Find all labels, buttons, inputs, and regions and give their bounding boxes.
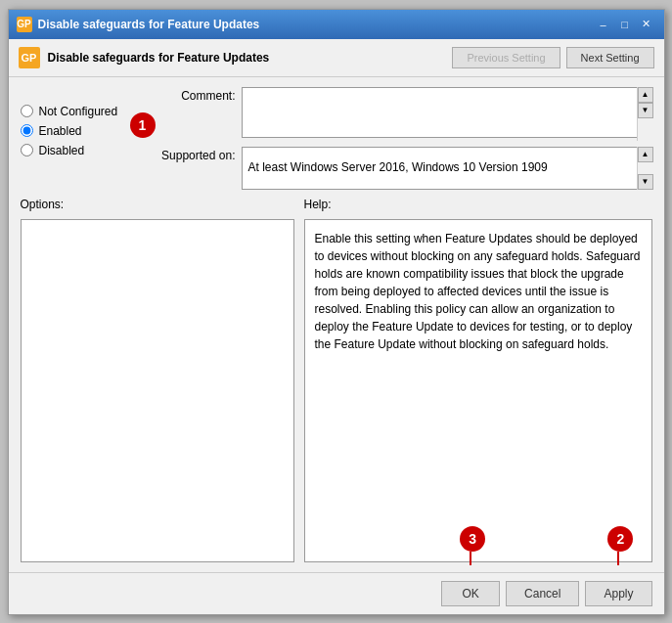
supported-field-wrapper: At least Windows Server 2016, Windows 10… xyxy=(242,147,652,190)
comment-scrollbar: ▲ ▼ xyxy=(637,87,652,141)
bottom-bar: 3 OK Cancel 2 Apply xyxy=(9,572,664,614)
header-icon: GP xyxy=(19,47,40,68)
comment-scroll-up[interactable]: ▲ xyxy=(638,87,653,103)
annotation-3-arrow-line xyxy=(470,552,471,565)
options-panel xyxy=(21,219,294,562)
help-text: Enable this setting when Feature Updates… xyxy=(315,232,641,351)
next-setting-button[interactable]: Next Setting xyxy=(566,47,654,68)
radio-not-configured-label: Not Configured xyxy=(39,105,118,118)
title-bar: GP Disable safeguards for Feature Update… xyxy=(9,10,664,39)
radio-disabled[interactable]: Disabled xyxy=(21,144,148,157)
close-button[interactable]: ✕ xyxy=(637,16,656,33)
radio-disabled-label: Disabled xyxy=(39,144,85,157)
comment-scroll-down[interactable]: ▼ xyxy=(638,103,653,118)
help-label: Help: xyxy=(304,198,332,211)
comment-field-wrapper: ▲ ▼ xyxy=(242,87,652,141)
cancel-button[interactable]: Cancel xyxy=(506,581,579,606)
annotation-1-container: 1 xyxy=(126,112,156,138)
header-nav-buttons: Previous Setting Next Setting xyxy=(452,47,653,68)
main-window: GP Disable safeguards for Feature Update… xyxy=(8,9,665,615)
header-title-area: GP Disable safeguards for Feature Update… xyxy=(19,47,270,68)
cancel-button-wrapper: Cancel xyxy=(506,581,579,606)
radio-not-configured-input[interactable] xyxy=(21,105,33,117)
minimize-button[interactable]: – xyxy=(594,16,613,33)
annotation-3-container: 3 xyxy=(456,526,485,565)
ok-button-wrapper: 3 OK xyxy=(441,581,500,606)
supported-value-text: At least Windows Server 2016, Windows 10… xyxy=(248,159,548,176)
apply-button[interactable]: Apply xyxy=(585,581,651,606)
comment-label: Comment: xyxy=(157,87,236,103)
radio-disabled-input[interactable] xyxy=(21,144,33,156)
header-bar: GP Disable safeguards for Feature Update… xyxy=(9,39,664,77)
title-bar-controls: – □ ✕ xyxy=(594,16,656,33)
window-title: Disable safeguards for Feature Updates xyxy=(38,18,260,31)
comment-textarea[interactable] xyxy=(242,87,652,138)
options-label: Options: xyxy=(21,198,65,211)
supported-label: Supported on: xyxy=(157,147,236,162)
comment-supported-section: Comment: ▲ ▼ Supported on: At xyxy=(157,87,652,190)
supported-row: Supported on: At least Windows Server 20… xyxy=(157,147,652,190)
radio-enabled-input[interactable] xyxy=(21,124,33,137)
annotation-1: 1 xyxy=(130,112,156,138)
supported-scroll-down[interactable]: ▼ xyxy=(638,174,653,190)
supported-scroll-up[interactable]: ▲ xyxy=(638,147,653,162)
radio-group-container: Not Configured Enabled Disabled 1 xyxy=(21,87,148,190)
previous-setting-button[interactable]: Previous Setting xyxy=(452,47,560,68)
main-content: Not Configured Enabled Disabled 1 xyxy=(9,77,664,572)
title-bar-left: GP Disable safeguards for Feature Update… xyxy=(17,17,260,32)
options-label-area: Options: xyxy=(21,198,294,211)
maximize-button[interactable]: □ xyxy=(615,16,635,33)
radio-enabled-label: Enabled xyxy=(39,124,82,138)
annotation-2-container: 2 xyxy=(604,526,633,565)
panels-section: Enable this setting when Feature Updates… xyxy=(21,219,652,562)
help-label-area: Help: xyxy=(304,198,652,211)
section-labels: Options: Help: xyxy=(21,198,652,211)
header-title-text: Disable safeguards for Feature Updates xyxy=(48,51,270,65)
supported-scrollbar: ▲ ▼ xyxy=(637,147,652,190)
apply-button-wrapper: 2 Apply xyxy=(585,581,651,606)
annotation-3: 3 xyxy=(460,526,485,552)
help-panel: Enable this setting when Feature Updates… xyxy=(304,219,652,562)
supported-value-box: At least Windows Server 2016, Windows 10… xyxy=(242,147,652,190)
top-section: Not Configured Enabled Disabled 1 xyxy=(21,87,652,190)
annotation-2: 2 xyxy=(607,526,633,552)
window-icon: GP xyxy=(17,17,32,32)
annotation-2-arrow-line xyxy=(617,552,619,565)
ok-button[interactable]: OK xyxy=(441,581,500,606)
comment-row: Comment: ▲ ▼ xyxy=(157,87,652,141)
